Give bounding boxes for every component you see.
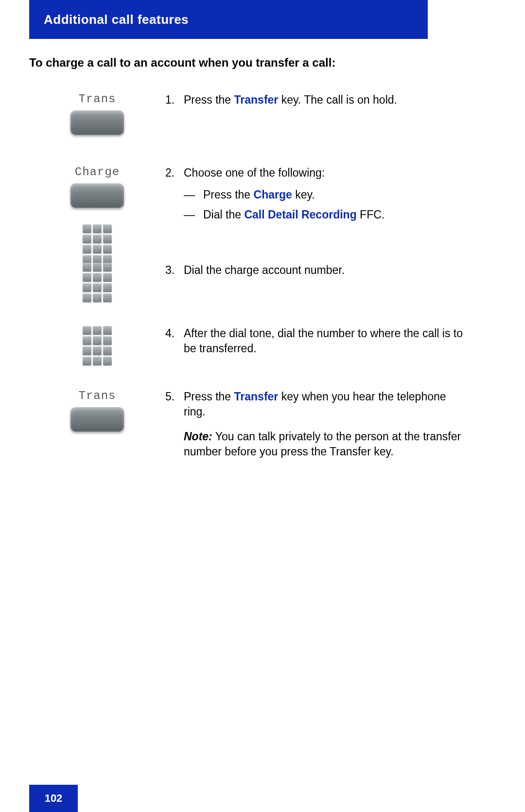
step-1-text: 1. Press the Transfer key. The call is o… bbox=[165, 92, 467, 108]
step-body: Choose one of the following: — Press the… bbox=[184, 165, 467, 222]
step-4-text: 4. After the dial tone, dial the number … bbox=[165, 326, 467, 356]
step-1: Trans 1. Press the Transfer key. The cal… bbox=[29, 92, 467, 135]
step-3-text: 3. Dial the charge account number. bbox=[165, 263, 467, 278]
keypad-icon bbox=[83, 263, 112, 302]
page-header: Additional call features bbox=[29, 0, 428, 39]
step-number: 4. bbox=[165, 326, 184, 356]
text-pre: Dial the bbox=[203, 208, 244, 221]
highlight-charge: Charge bbox=[254, 188, 292, 201]
sub-item-a: — Press the Charge key. bbox=[184, 187, 467, 202]
step-2: Charge 2. Choose one of the following: —… bbox=[29, 165, 467, 264]
softkey-label-trans: Trans bbox=[78, 389, 116, 402]
highlight-cdr: Call Detail Recording bbox=[244, 208, 356, 221]
step-5-icons: Trans bbox=[29, 389, 165, 432]
step-2-icons: Charge bbox=[29, 165, 165, 264]
step-body: After the dial tone, dial the number to … bbox=[184, 326, 467, 356]
step-body: Press the Transfer key. The call is on h… bbox=[184, 92, 467, 108]
text-pre: Press the bbox=[184, 390, 234, 403]
text-post: key. bbox=[292, 188, 315, 201]
step-3: 3. Dial the charge account number. bbox=[29, 263, 467, 302]
keypad-icon bbox=[83, 326, 112, 365]
text-pre: Press the bbox=[184, 93, 234, 106]
intro-text: Choose one of the following: bbox=[184, 166, 325, 179]
highlight-transfer: Transfer bbox=[234, 93, 279, 106]
dash-icon: — bbox=[184, 207, 203, 222]
text-post: FFC. bbox=[357, 208, 385, 221]
page-number-badge: 102 bbox=[29, 785, 78, 812]
step-4-icons bbox=[29, 326, 165, 365]
step-number: 2. bbox=[165, 165, 184, 222]
step-5: Trans 5. Press the Transfer key when you… bbox=[29, 389, 467, 459]
softkey-label-trans: Trans bbox=[78, 92, 116, 106]
section-title: To charge a call to an account when you … bbox=[29, 56, 335, 70]
dash-icon: — bbox=[184, 187, 203, 202]
step-4: 4. After the dial tone, dial the number … bbox=[29, 326, 467, 365]
step-body: Dial the charge account number. bbox=[184, 263, 467, 278]
step-3-icons bbox=[29, 263, 165, 302]
text-post: key. The call is on hold. bbox=[278, 93, 397, 106]
step-number: 5. bbox=[165, 389, 184, 459]
page-title: Additional call features bbox=[44, 12, 189, 27]
softkey-button-icon bbox=[70, 183, 124, 208]
highlight-transfer: Transfer bbox=[234, 390, 279, 403]
text-pre: Press the bbox=[203, 188, 254, 201]
step-2-text: 2. Choose one of the following: — Press … bbox=[165, 165, 467, 222]
note-block: Note: You can talk privately to the pers… bbox=[184, 429, 467, 459]
note-text: You can talk privately to the person at … bbox=[184, 430, 461, 458]
sub-item-b: — Dial the Call Detail Recording FFC. bbox=[184, 207, 467, 222]
keypad-icon bbox=[83, 224, 112, 264]
note-label: Note: bbox=[184, 430, 212, 443]
step-body: Press the Transfer key when you hear the… bbox=[184, 389, 467, 459]
step-number: 3. bbox=[165, 263, 184, 278]
step-5-text: 5. Press the Transfer key when you hear … bbox=[165, 389, 467, 459]
step-number: 1. bbox=[165, 92, 184, 108]
page-number: 102 bbox=[45, 792, 63, 805]
softkey-label-charge: Charge bbox=[75, 165, 120, 179]
softkey-button-icon bbox=[70, 407, 124, 432]
softkey-button-icon bbox=[70, 110, 124, 135]
step-1-icons: Trans bbox=[29, 92, 165, 135]
